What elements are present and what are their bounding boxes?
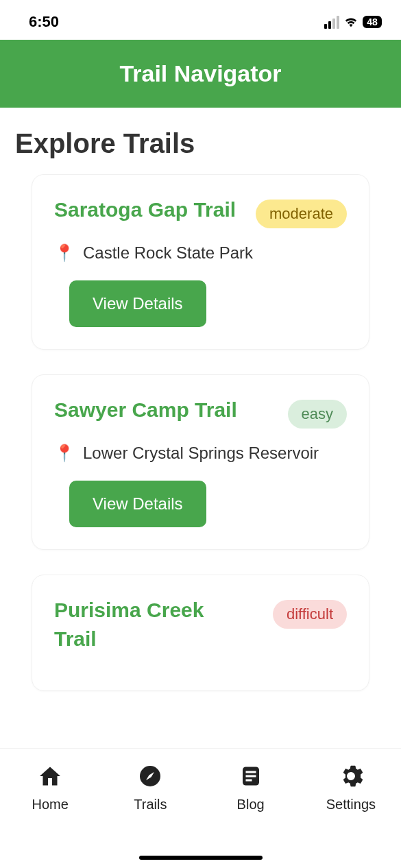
trail-name: Purisima Creek Trail	[54, 596, 246, 653]
location-row: 📍 Lower Crystal Springs Reservoir	[54, 444, 347, 463]
trail-name: Saratoga Gap Trail	[54, 195, 236, 224]
status-time: 6:50	[29, 13, 59, 31]
difficulty-badge: easy	[288, 400, 347, 429]
trail-card: Sawyer Camp Trail easy 📍 Lower Crystal S…	[32, 374, 369, 550]
nav-label: Home	[32, 797, 68, 812]
pin-icon: 📍	[54, 444, 75, 463]
difficulty-badge: moderate	[256, 200, 347, 228]
document-icon	[237, 762, 265, 790]
app-header: Trail Navigator	[0, 40, 401, 108]
trail-name: Sawyer Camp Trail	[54, 396, 237, 424]
status-bar: 6:50 48	[0, 0, 401, 40]
gear-icon	[337, 762, 365, 790]
nav-trails[interactable]: Trails	[116, 762, 184, 812]
location-row: 📍 Castle Rock State Park	[54, 243, 347, 263]
difficulty-badge: difficult	[273, 600, 347, 629]
location-text: Lower Crystal Springs Reservoir	[83, 444, 319, 463]
trail-card: Purisima Creek Trail difficult	[32, 575, 369, 691]
bottom-navigation: Home Trails Blog Settings	[0, 748, 401, 868]
page-title: Explore Trails	[15, 128, 386, 159]
view-details-button[interactable]: View Details	[69, 481, 206, 527]
status-icons: 48	[324, 16, 382, 29]
trail-card: Saratoga Gap Trail moderate 📍 Castle Roc…	[32, 174, 369, 350]
pin-icon: 📍	[54, 243, 75, 263]
svg-rect-2	[245, 771, 256, 773]
svg-rect-4	[245, 780, 252, 782]
nav-home[interactable]: Home	[16, 762, 84, 812]
card-header: Purisima Creek Trail difficult	[54, 596, 347, 653]
svg-rect-3	[245, 775, 256, 777]
compass-icon	[136, 762, 164, 790]
content-area: Explore Trails Saratoga Gap Trail modera…	[0, 108, 401, 743]
nav-blog[interactable]: Blog	[217, 762, 285, 812]
view-details-button[interactable]: View Details	[69, 280, 206, 327]
card-header: Saratoga Gap Trail moderate	[54, 195, 347, 228]
home-indicator[interactable]	[139, 856, 263, 860]
wifi-icon	[343, 16, 359, 28]
nav-label: Blog	[237, 797, 265, 812]
location-text: Castle Rock State Park	[83, 243, 253, 263]
nav-label: Trails	[134, 797, 167, 812]
nav-settings[interactable]: Settings	[317, 762, 385, 812]
card-header: Sawyer Camp Trail easy	[54, 396, 347, 429]
cellular-signal-icon	[324, 16, 339, 29]
app-title: Trail Navigator	[0, 60, 401, 87]
nav-label: Settings	[326, 797, 376, 812]
battery-icon: 48	[363, 16, 382, 28]
home-icon	[36, 762, 64, 790]
